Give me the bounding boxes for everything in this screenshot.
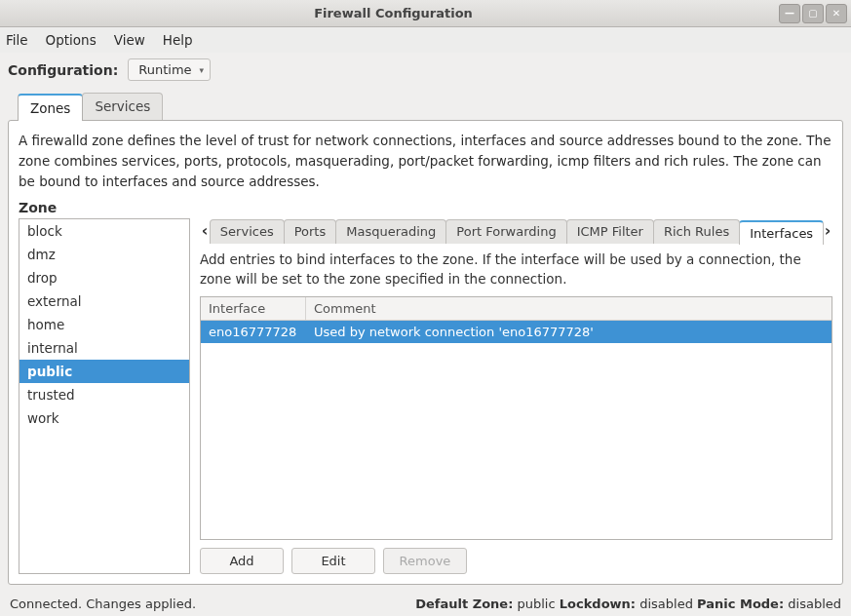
menu-file[interactable]: File [6,32,28,48]
window-titlebar: Firewall Configuration — ▢ ✕ [0,0,851,27]
column-comment[interactable]: Comment [306,297,832,320]
table-header: Interface Comment [201,297,832,321]
add-button[interactable]: Add [200,548,284,574]
zone-list-header: Zone [19,200,832,215]
edit-button[interactable]: Edit [291,548,375,574]
close-button[interactable]: ✕ [826,4,847,23]
maximize-button[interactable]: ▢ [802,4,824,23]
top-level-tabs: Zones Services [0,87,851,120]
interfaces-description: Add entries to bind interfaces to the zo… [200,250,832,289]
statusbar: Connected. Changes applied. Default Zone… [0,591,851,616]
tab-masquerading[interactable]: Masquerading [335,219,446,244]
configuration-value: Runtime [138,62,191,77]
menu-view[interactable]: View [114,32,145,48]
column-interface[interactable]: Interface [201,297,306,320]
zone-description: A firewalld zone defines the level of tr… [19,131,832,192]
tab-services[interactable]: Services [210,219,285,244]
table-body: eno16777728Used by network connection 'e… [201,321,832,539]
zone-item-home[interactable]: home [19,313,189,336]
menu-options[interactable]: Options [46,32,97,48]
interfaces-table: Interface Comment eno16777728Used by net… [200,296,832,540]
scroll-tabs-right-button[interactable]: › [823,218,832,244]
table-row[interactable]: eno16777728Used by network connection 'e… [201,321,832,343]
cell-interface: eno16777728 [201,321,306,343]
zone-item-block[interactable]: block [19,219,189,243]
zone-list[interactable]: blockdmzdropexternalhomeinternalpublictr… [19,218,190,574]
default-zone-label: Default Zone: [415,597,513,611]
lockdown-value: disabled [639,597,693,611]
configuration-label: Configuration: [8,62,118,78]
configuration-row: Configuration: Runtime ▾ [0,53,851,87]
interface-buttons: Add Edit Remove [200,540,832,574]
default-zone-value: public [518,597,556,611]
tab-zones[interactable]: Zones [18,94,83,121]
cell-comment: Used by network connection 'eno16777728' [306,321,832,343]
panic-mode-value: disabled [788,597,841,611]
zone-item-external[interactable]: external [19,289,189,313]
menubar: File Options View Help [0,27,851,53]
zone-item-work[interactable]: work [19,406,189,430]
zones-panel: A firewalld zone defines the level of tr… [8,120,843,585]
tab-rich-rules[interactable]: Rich Rules [653,219,740,244]
zone-item-dmz[interactable]: dmz [19,243,189,266]
scroll-tabs-left-button[interactable]: ‹ [200,218,210,244]
remove-button: Remove [383,548,467,574]
zone-item-public[interactable]: public [19,360,189,383]
menu-help[interactable]: Help [163,32,193,48]
window-title: Firewall Configuration [8,6,779,20]
tab-services[interactable]: Services [82,93,163,120]
zone-item-trusted[interactable]: trusted [19,383,189,406]
status-right: Default Zone: public Lockdown: disabled … [415,597,841,611]
zone-item-drop[interactable]: drop [19,266,189,289]
chevron-down-icon: ▾ [200,65,205,75]
window-controls: — ▢ ✕ [779,4,847,23]
tab-port-forwarding[interactable]: Port Forwarding [445,219,566,244]
tab-icmp-filter[interactable]: ICMP Filter [566,219,654,244]
zone-detail-tabs: ‹ ServicesPortsMasqueradingPort Forwardi… [200,218,832,244]
status-left: Connected. Changes applied. [10,597,196,611]
lockdown-label: Lockdown: [560,597,636,611]
minimize-button[interactable]: — [779,4,800,23]
tab-ports[interactable]: Ports [284,219,337,244]
panic-mode-label: Panic Mode: [697,597,784,611]
configuration-combobox[interactable]: Runtime ▾ [128,58,211,81]
zone-item-internal[interactable]: internal [19,336,189,360]
tab-interfaces[interactable]: Interfaces [739,220,824,245]
